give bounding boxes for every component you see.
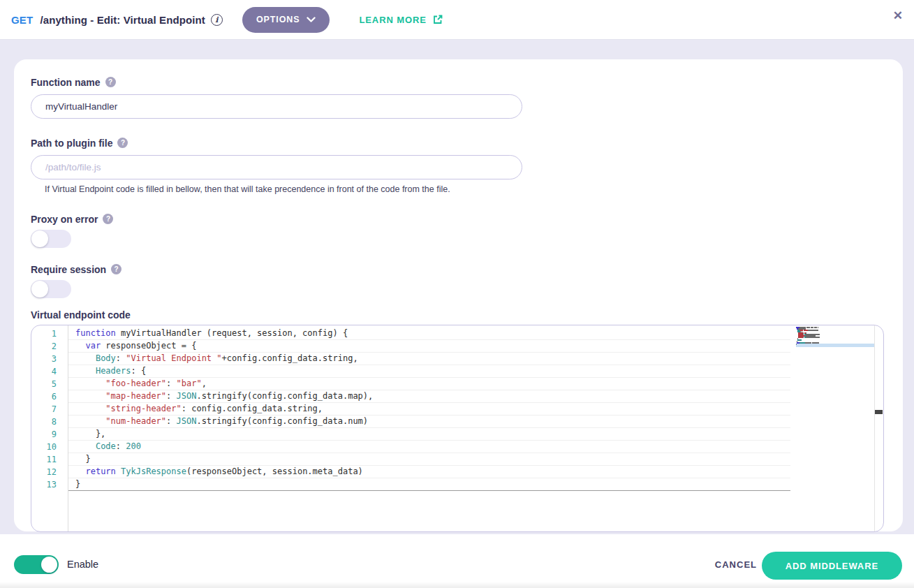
code-line: "foo-header": "bar", <box>68 378 790 390</box>
help-icon[interactable]: ? <box>111 264 121 274</box>
code-editor-label-text: Virtual endpoint code <box>31 309 131 321</box>
line-number: 2 <box>31 340 68 353</box>
help-icon[interactable]: ? <box>105 77 116 87</box>
code-line: "map-header": JSON.stringify(config.conf… <box>68 390 790 403</box>
code-text-area[interactable]: function myVirtualHandler (request, sess… <box>68 328 790 491</box>
code-line: } <box>68 453 790 466</box>
close-icon[interactable]: ✕ <box>893 10 903 22</box>
toggle-knob <box>31 281 48 297</box>
virtual-endpoint-editor-panel: GET /anything - Edit: Virtual Endpoint i… <box>0 0 914 588</box>
line-number-gutter: 12345678910111213 <box>31 328 68 491</box>
plugin-path-help-text: If Virtual Endpoint code is filled in be… <box>45 184 886 195</box>
proxy-on-error-toggle[interactable] <box>31 230 71 248</box>
add-middleware-button[interactable]: ADD MIDDLEWARE <box>762 552 902 580</box>
proxy-on-error-label: Proxy on error <box>31 214 98 225</box>
line-number: 7 <box>31 403 68 416</box>
require-session-toggle[interactable] <box>31 280 71 298</box>
line-number: 3 <box>31 353 68 365</box>
middleware-form-card: Function name ? Path to plugin file ? If… <box>14 59 903 531</box>
external-link-icon <box>432 14 443 25</box>
learn-more-link[interactable]: LEARN MORE <box>359 14 443 25</box>
toggle-knob <box>41 557 57 573</box>
line-number: 12 <box>31 466 68 478</box>
help-icon[interactable]: ? <box>103 214 113 224</box>
function-name-label-row: Function name ? <box>31 76 886 88</box>
options-button[interactable]: OPTIONS <box>242 7 330 33</box>
code-line: Headers: { <box>68 365 790 378</box>
line-number: 11 <box>31 453 68 466</box>
help-icon[interactable]: ? <box>117 138 128 148</box>
enable-label: Enable <box>67 559 98 570</box>
line-number: 1 <box>31 328 68 340</box>
line-number: 9 <box>31 428 68 441</box>
require-session-label-row: Require session ? <box>31 263 886 275</box>
code-line: Body: "Virtual Endpoint "+config.config_… <box>68 353 790 365</box>
line-number: 4 <box>31 365 68 378</box>
cancel-button[interactable]: CANCEL <box>715 559 757 570</box>
enable-toggle[interactable] <box>14 555 59 574</box>
minimap-viewport-indicator <box>796 344 875 347</box>
footer-bottom-shadow <box>0 582 914 588</box>
header-bar: GET /anything - Edit: Virtual Endpoint i… <box>0 0 914 40</box>
footer-bar: Enable CANCEL ADD MIDDLEWARE <box>0 534 914 588</box>
function-name-label: Function name <box>31 77 101 88</box>
code-line: Code: 200 <box>68 441 790 453</box>
line-number: 6 <box>31 390 68 403</box>
code-line: "num-header": JSON.stringify(config.conf… <box>68 416 790 428</box>
toggle-knob <box>31 230 48 247</box>
code-line: }, <box>68 428 790 441</box>
scrollbar-thumb[interactable] <box>875 410 883 414</box>
code-editor-label: Virtual endpoint code <box>31 309 886 321</box>
line-number: 13 <box>31 478 68 491</box>
chevron-down-icon <box>307 17 316 23</box>
scrollbar-track <box>874 325 875 531</box>
code-line: function myVirtualHandler (request, sess… <box>68 328 790 340</box>
options-button-label: OPTIONS <box>256 15 300 24</box>
plugin-path-label-row: Path to plugin file ? <box>31 137 886 149</box>
minimap[interactable] <box>796 327 875 345</box>
code-line: var responseObject = { <box>68 340 790 353</box>
plugin-path-label: Path to plugin file <box>31 138 112 149</box>
http-method-badge: GET <box>11 14 33 26</box>
code-line: return TykJsResponse(responseObject, ses… <box>68 466 790 478</box>
line-number: 10 <box>31 441 68 453</box>
proxy-on-error-label-row: Proxy on error ? <box>31 213 886 225</box>
page-title: /anything - Edit: Virtual Endpoint <box>40 14 205 26</box>
line-number: 5 <box>31 378 68 390</box>
info-icon[interactable]: i <box>211 14 223 26</box>
function-name-input[interactable] <box>31 94 522 119</box>
learn-more-label: LEARN MORE <box>359 15 426 25</box>
code-line: "string-header": config.config_data.stri… <box>68 403 790 416</box>
code-line: } <box>68 478 790 491</box>
line-number: 8 <box>31 416 68 428</box>
require-session-label: Require session <box>31 264 106 275</box>
plugin-path-input[interactable] <box>31 155 522 179</box>
code-editor[interactable]: 12345678910111213 function myVirtualHand… <box>31 325 884 532</box>
